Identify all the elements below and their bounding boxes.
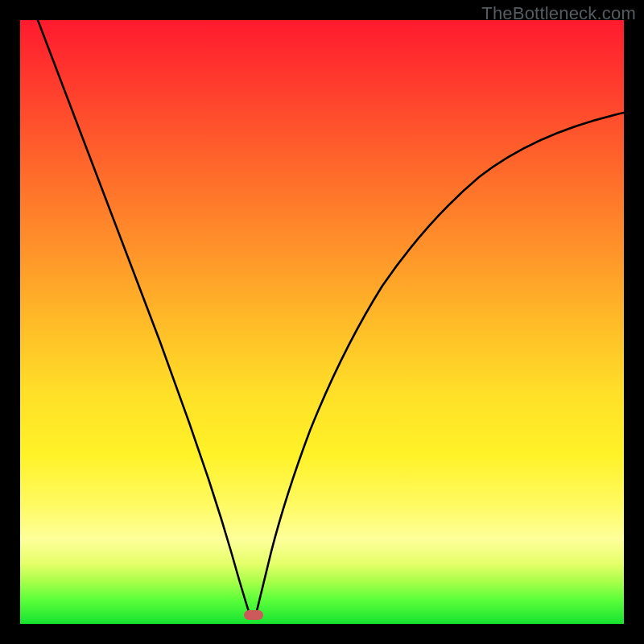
plot-area [20,20,624,624]
chart-frame: TheBottleneck.com [0,0,644,644]
notch-marker [244,610,263,620]
curve-layer [20,20,624,624]
watermark-text: TheBottleneck.com [481,3,636,24]
curve-right-branch [256,113,624,614]
curve-left-branch [38,20,250,614]
